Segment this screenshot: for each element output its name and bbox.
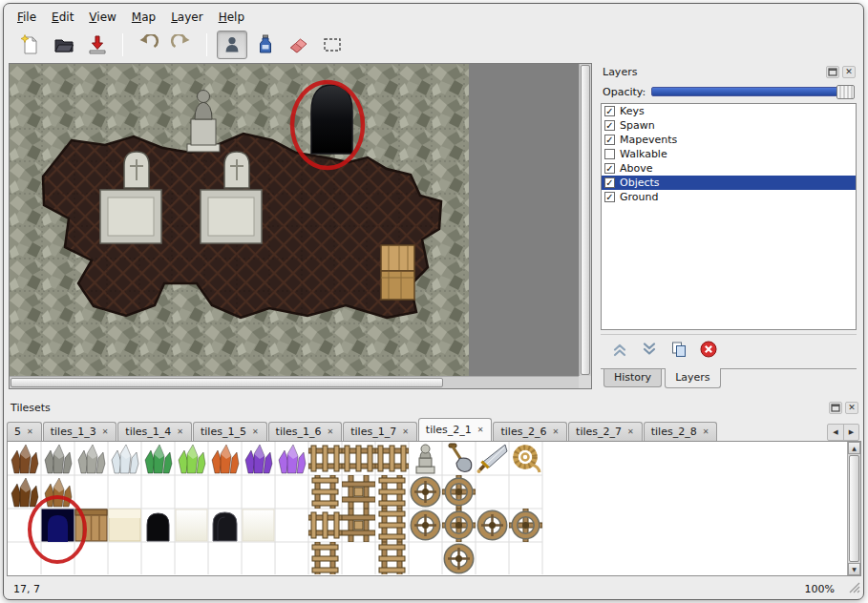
resize-grip[interactable] — [849, 582, 860, 596]
tab-close-icon[interactable]: ✕ — [26, 427, 34, 437]
tileset-tab[interactable]: 5✕ — [7, 422, 42, 441]
tilesets-panel: Tilesets ✕ 5✕ tiles_1_3✕ tiles_1_4✕ tile… — [5, 399, 863, 578]
menu-edit[interactable]: Edit — [44, 8, 81, 27]
tab-close-icon[interactable]: ✕ — [702, 427, 710, 437]
scroll-up-icon[interactable]: ▲ — [848, 442, 860, 454]
float-panel-button[interactable] — [829, 402, 842, 414]
tab-close-icon[interactable]: ✕ — [551, 427, 560, 437]
opacity-label: Opacity: — [603, 86, 646, 98]
toolbar-separator — [122, 33, 123, 56]
tileset-tab-active[interactable]: tiles_2_1✕ — [418, 418, 493, 441]
menu-help[interactable]: Help — [211, 8, 252, 27]
layer-row-keys[interactable]: ✓ Keys — [602, 104, 856, 118]
layer-label: Ground — [620, 191, 658, 203]
layer-row-objects[interactable]: ✓ Objects — [602, 176, 856, 190]
menu-map[interactable]: Map — [124, 8, 163, 27]
layer-checkbox[interactable]: ✓ — [604, 106, 615, 116]
map-view — [9, 63, 592, 389]
tileset-tab[interactable]: tiles_1_3✕ — [43, 422, 117, 441]
save-button[interactable] — [82, 31, 113, 59]
tab-history[interactable]: History — [603, 369, 662, 387]
delete-layer-button[interactable] — [699, 340, 718, 359]
close-panel-icon[interactable]: ✕ — [845, 402, 858, 414]
layer-checkbox[interactable]: ✓ — [604, 135, 615, 145]
redo-icon — [171, 34, 192, 55]
tab-scroll-right-icon[interactable]: ▶ — [843, 425, 858, 440]
layer-row-mapevents[interactable]: ✓ Mapevents — [602, 133, 856, 147]
tileset-tab[interactable]: tiles_2_8✕ — [644, 422, 718, 441]
eraser-tool-button[interactable] — [284, 31, 314, 59]
ink-bottle-icon — [255, 34, 276, 55]
tilesets-panel-header: Tilesets ✕ — [5, 399, 863, 416]
tilesets-panel-title: Tilesets — [5, 402, 829, 414]
layers-panel: Layers ✕ Opacity: ✓ Keys ✓ Spawn ✓ Ma — [597, 63, 860, 389]
layer-row-spawn[interactable]: ✓ Spawn — [602, 118, 856, 133]
map-vertical-scrollbar[interactable] — [579, 64, 591, 376]
stamp-tool-button[interactable] — [217, 31, 247, 59]
menu-file[interactable]: File — [10, 8, 44, 27]
layer-row-ground[interactable]: ✓ Ground — [602, 190, 856, 204]
tab-layers[interactable]: Layers — [665, 368, 720, 388]
tab-close-icon[interactable]: ✕ — [476, 426, 485, 435]
tab-close-icon[interactable]: ✕ — [101, 427, 110, 437]
layer-row-walkable[interactable]: Walkable — [602, 147, 856, 161]
scrollbar-corner — [579, 376, 591, 388]
scrollbar-handle[interactable] — [849, 455, 859, 562]
layer-checkbox[interactable]: ✓ — [604, 177, 615, 188]
opacity-control: Opacity: — [603, 84, 855, 99]
tileset-tab[interactable]: tiles_1_5✕ — [193, 422, 267, 441]
layer-checkbox[interactable]: ✓ — [604, 120, 615, 131]
statusbar: 17, 7 100% — [4, 579, 863, 599]
select-region-tool-button[interactable] — [317, 31, 348, 59]
tileset-tab[interactable]: tiles_1_6✕ — [268, 422, 343, 441]
tab-close-icon[interactable]: ✕ — [176, 427, 184, 437]
layer-checkbox[interactable] — [604, 149, 615, 159]
duplicate-layer-button[interactable] — [669, 340, 688, 359]
tileset-tabbar: 5✕ tiles_1_3✕ tiles_1_4✕ tiles_1_5✕ tile… — [7, 418, 825, 441]
tileset-tab[interactable]: tiles_1_7✕ — [343, 422, 417, 441]
layer-checkbox[interactable]: ✓ — [604, 192, 615, 202]
menu-view[interactable]: View — [81, 8, 123, 27]
tab-close-icon[interactable]: ✕ — [626, 427, 635, 437]
tileset-tab[interactable]: tiles_1_4✕ — [117, 422, 192, 441]
tab-close-icon[interactable]: ✕ — [251, 427, 260, 437]
map-horizontal-scrollbar[interactable] — [10, 376, 579, 388]
eraser-icon — [288, 34, 309, 55]
scrollbar-handle[interactable] — [581, 65, 590, 375]
undo-button[interactable] — [133, 31, 163, 59]
fill-tool-button[interactable] — [250, 31, 281, 59]
layer-label: Keys — [620, 105, 645, 117]
raise-layer-button[interactable] — [610, 340, 629, 359]
dock-tabbar: History Layers — [601, 368, 857, 389]
close-panel-icon[interactable]: ✕ — [842, 66, 856, 78]
layer-label: Mapevents — [620, 134, 677, 146]
tab-close-icon[interactable]: ✕ — [401, 427, 410, 437]
scrollbar-handle[interactable] — [11, 378, 443, 387]
layer-actions-toolbar — [601, 334, 857, 363]
cursor-coordinates: 17, 7 — [4, 583, 805, 595]
opacity-slider[interactable] — [651, 87, 855, 96]
lower-layer-button[interactable] — [640, 340, 659, 359]
layer-row-above[interactable]: ✓ Above — [602, 161, 856, 176]
selected-tile — [42, 509, 74, 543]
person-stamp-icon — [222, 34, 243, 55]
map-canvas[interactable] — [10, 64, 469, 376]
new-file-button[interactable] — [15, 31, 46, 59]
tileset-tab[interactable]: tiles_2_6✕ — [493, 422, 567, 441]
float-panel-button[interactable] — [826, 66, 839, 78]
scroll-down-icon[interactable]: ▼ — [848, 563, 860, 575]
open-button[interactable] — [49, 31, 79, 59]
layer-label: Above — [620, 162, 653, 175]
menu-layer[interactable]: Layer — [163, 8, 210, 27]
tab-scroll-left-icon[interactable]: ◀ — [828, 425, 843, 440]
layer-checkbox[interactable]: ✓ — [604, 163, 615, 174]
opacity-slider-handle[interactable] — [836, 85, 855, 99]
save-icon — [87, 34, 108, 55]
tileset-vertical-scrollbar[interactable]: ▲ ▼ — [847, 442, 860, 575]
redo-button[interactable] — [166, 31, 197, 59]
undo-icon — [138, 34, 159, 55]
tileset-tab[interactable]: tiles_2_7✕ — [568, 422, 643, 441]
tileset-canvas[interactable] — [8, 442, 836, 574]
open-folder-icon — [53, 34, 74, 55]
tab-close-icon[interactable]: ✕ — [327, 427, 335, 437]
